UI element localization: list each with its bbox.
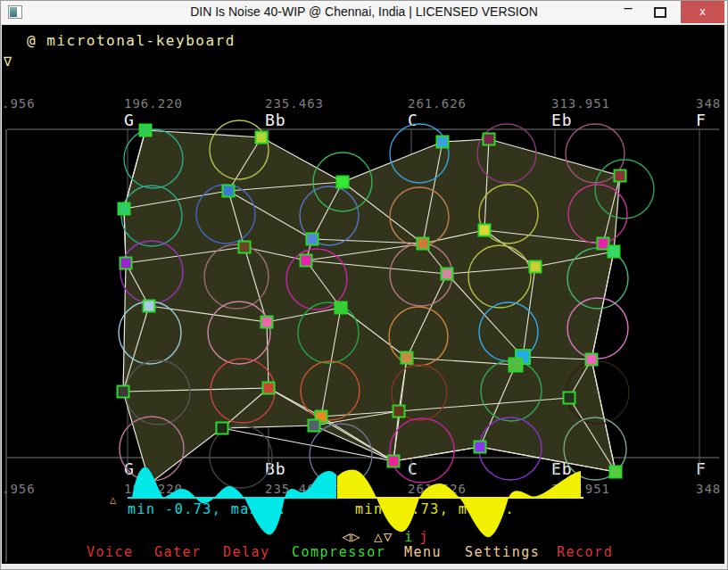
mesh-node-handle[interactable]	[564, 392, 575, 404]
mesh-node-handle[interactable]	[223, 186, 235, 197]
mesh-node-handle[interactable]	[608, 246, 620, 258]
mesh-node-handle[interactable]	[337, 177, 349, 188]
mesh-node-handle[interactable]	[393, 406, 405, 417]
mesh-node-handle[interactable]	[256, 132, 268, 144]
mesh-node-handle[interactable]	[335, 302, 347, 314]
mesh-node-handle[interactable]	[118, 386, 129, 398]
mesh-node-handle[interactable]	[484, 134, 495, 145]
mesh-node-handle[interactable]	[144, 301, 155, 312]
microtonal-keyboard-canvas[interactable]	[0, 0, 728, 570]
mesh-node-handle[interactable]	[437, 136, 449, 148]
din-is-noise-window: DIN Is Noise 40-WIP @ Chennai, India | L…	[0, 0, 728, 570]
waveform-left[interactable]	[128, 467, 336, 535]
waveform-right[interactable]	[337, 469, 581, 537]
mesh-node-handle[interactable]	[140, 125, 152, 136]
mesh-node-handle[interactable]	[263, 383, 275, 394]
mesh-node-handle[interactable]	[217, 423, 228, 434]
mesh-node-handle[interactable]	[239, 242, 251, 253]
mesh-node-handle[interactable]	[301, 255, 312, 267]
mesh-node-handle[interactable]	[475, 442, 486, 453]
mesh-node-handle[interactable]	[388, 456, 400, 467]
mesh-node-handle[interactable]	[418, 238, 429, 250]
mesh-node-handle[interactable]	[509, 359, 523, 372]
mesh-node-handle[interactable]	[530, 261, 542, 273]
mesh-node-handle[interactable]	[610, 467, 622, 478]
mesh-node-handle[interactable]	[309, 420, 320, 432]
mesh-node-handle[interactable]	[261, 317, 273, 328]
mesh-node-handle[interactable]	[615, 170, 626, 182]
mesh-node-handle[interactable]	[586, 354, 598, 366]
mesh-node-handle[interactable]	[307, 234, 318, 245]
mesh-node-handle[interactable]	[401, 352, 413, 364]
mesh-node-handle[interactable]	[479, 225, 491, 236]
mesh-node-handle[interactable]	[120, 258, 132, 269]
mesh-node-handle[interactable]	[442, 268, 453, 280]
mesh-node-handle[interactable]	[119, 203, 130, 215]
